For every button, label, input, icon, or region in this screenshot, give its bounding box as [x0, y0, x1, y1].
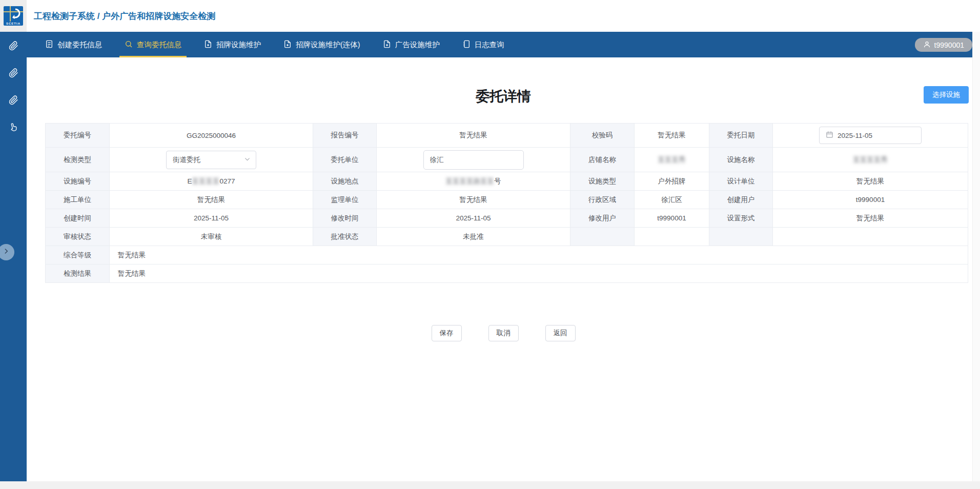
inspection-type-selected: 街道委托	[173, 155, 200, 165]
check-code-label: 校验码	[570, 124, 635, 148]
facility-name-value: 某某某某秀	[773, 148, 968, 172]
back-button[interactable]: 返回	[545, 325, 576, 341]
page-title: 委托详情	[27, 87, 980, 106]
table-row: 审核状态 未审核 批准状态 未批准	[46, 228, 968, 246]
action-buttons: 保存 取消 返回	[27, 325, 980, 341]
inspection-type-select[interactable]: 街道委托	[166, 151, 256, 169]
tab-log-query[interactable]: 日志查询	[454, 32, 513, 57]
review-status-label: 审核状态	[46, 228, 110, 246]
create-time-label: 创建时间	[46, 209, 110, 228]
user-badge[interactable]: t9990001	[915, 38, 972, 52]
create-user-value: t9990001	[773, 191, 968, 209]
search-icon	[125, 40, 133, 50]
facility-type-label: 设施类型	[570, 172, 635, 191]
shop-name-value: 某某某秀	[635, 148, 709, 172]
tab-ad-facility-maintenance[interactable]: 广告设施维护	[375, 32, 448, 57]
design-unit-value: 暂无结果	[773, 172, 968, 191]
commission-date-value: 2025-11-05	[838, 132, 872, 139]
tab-query-commission[interactable]: 查询委托信息	[116, 32, 190, 57]
check-code-value: 暂无结果	[635, 124, 709, 148]
document-icon	[45, 40, 53, 50]
file-plus-icon	[283, 40, 292, 50]
commission-date-cell: 2025-11-05	[773, 124, 968, 148]
district-label: 行政区域	[570, 191, 635, 209]
user-name: t9990001	[934, 41, 964, 49]
facility-no-label: 设施编号	[46, 172, 110, 191]
inspection-type-cell: 街道委托	[110, 148, 313, 172]
file-plus-icon	[204, 40, 212, 50]
commission-detail-table: 委托编号 GG2025000046 报告编号 暂无结果 校验码 暂无结果 委托日…	[45, 123, 968, 283]
select-facility-button[interactable]: 选择设施	[924, 86, 969, 104]
main-navbar: 创建委托信息 查询委托信息 招牌设施维护 招牌设施维护(连体)	[27, 32, 980, 57]
client-unit-cell	[377, 148, 570, 172]
tab-sign-facility-maintenance[interactable]: 招牌设施维护	[196, 32, 269, 57]
shop-name-label: 店铺名称	[570, 148, 635, 172]
supervision-unit-value: 暂无结果	[377, 191, 570, 209]
table-row: 施工单位 暂无结果 监理单位 暂无结果 行政区域 徐汇区 创建用户 t99900…	[46, 191, 968, 209]
tab-sign-facility-maintenance-joined[interactable]: 招牌设施维护(连体)	[275, 32, 369, 57]
log-book-icon	[462, 40, 471, 50]
facility-type-value: 户外招牌	[635, 172, 709, 191]
commission-no-label: 委托编号	[46, 124, 110, 148]
table-row: 检测类型 街道委托 委托单位 店铺名称 某某	[46, 148, 968, 172]
paperclip-icon[interactable]	[8, 67, 19, 78]
tab-label: 招牌设施维护(连体)	[296, 40, 360, 50]
approval-status-value: 未批准	[377, 228, 570, 246]
chevron-right-icon	[3, 248, 10, 257]
table-row: 检测结果 暂无结果	[46, 264, 968, 283]
empty-value-cell	[773, 228, 968, 246]
create-user-label: 创建用户	[709, 191, 773, 209]
tab-label: 日志查询	[475, 40, 504, 50]
district-value: 徐汇区	[635, 191, 709, 209]
empty-label-cell	[570, 228, 635, 246]
facility-no-value: E某某某某0277	[110, 172, 313, 191]
cancel-button[interactable]: 取消	[488, 325, 519, 341]
vertical-scrollbar[interactable]	[972, 32, 980, 481]
commission-date-input[interactable]: 2025-11-05	[819, 127, 922, 144]
report-no-value: 暂无结果	[377, 124, 570, 148]
facility-location-value: 某某某某路某某号	[377, 172, 570, 191]
review-status-value: 未审核	[110, 228, 313, 246]
empty-value-cell	[635, 228, 709, 246]
table-row: 综合等级 暂无结果	[46, 246, 968, 264]
calendar-icon	[826, 131, 833, 140]
client-unit-input[interactable]	[423, 150, 524, 170]
supervision-unit-label: 监理单位	[313, 191, 377, 209]
modify-time-value: 2025-11-05	[377, 209, 570, 228]
design-unit-label: 设计单位	[709, 172, 773, 191]
inspection-type-label: 检测类型	[46, 148, 110, 172]
commission-date-label: 委托日期	[709, 124, 773, 148]
hand-pointer-icon[interactable]	[7, 120, 21, 134]
construction-unit-value: 暂无结果	[110, 191, 313, 209]
inspection-result-value: 暂无结果	[110, 264, 968, 283]
horizontal-scrollbar[interactable]	[0, 481, 980, 489]
commission-no-value: GG2025000046	[110, 124, 313, 148]
table-row: 委托编号 GG2025000046 报告编号 暂无结果 校验码 暂无结果 委托日…	[46, 124, 968, 148]
save-button[interactable]: 保存	[432, 325, 462, 341]
paperclip-icon[interactable]	[8, 40, 19, 51]
approval-status-label: 批准状态	[313, 228, 377, 246]
construction-unit-label: 施工单位	[46, 191, 110, 209]
tab-label: 广告设施维护	[395, 40, 440, 50]
table-row: 设施编号 E某某某某0277 设施地点 某某某某路某某号 设施类型 户外招牌 设…	[46, 172, 968, 191]
scetia-logo-icon: SCETIA	[4, 6, 23, 26]
paperclip-icon[interactable]	[8, 94, 19, 106]
tab-label: 招牌设施维护	[216, 40, 261, 50]
app-logo: SCETIA	[0, 0, 27, 32]
tab-label: 查询委托信息	[137, 40, 181, 50]
inspection-result-label: 检测结果	[46, 264, 110, 283]
chevron-down-icon	[244, 156, 251, 164]
tab-label: 创建委托信息	[57, 40, 102, 50]
overall-grade-label: 综合等级	[46, 246, 110, 264]
facility-location-label: 设施地点	[313, 172, 377, 191]
left-sidebar	[0, 32, 27, 481]
tab-create-commission[interactable]: 创建委托信息	[37, 32, 110, 57]
sidebar-expand-button[interactable]	[0, 244, 14, 260]
modify-user-label: 修改用户	[570, 209, 635, 228]
logo-text: SCETIA	[4, 22, 23, 25]
overall-grade-value: 暂无结果	[110, 246, 968, 264]
person-icon	[923, 40, 931, 50]
setup-form-value: 暂无结果	[773, 209, 968, 228]
client-unit-label: 委托单位	[313, 148, 377, 172]
app-title: 工程检测子系统 / 户外广告和招牌设施安全检测	[34, 10, 215, 22]
